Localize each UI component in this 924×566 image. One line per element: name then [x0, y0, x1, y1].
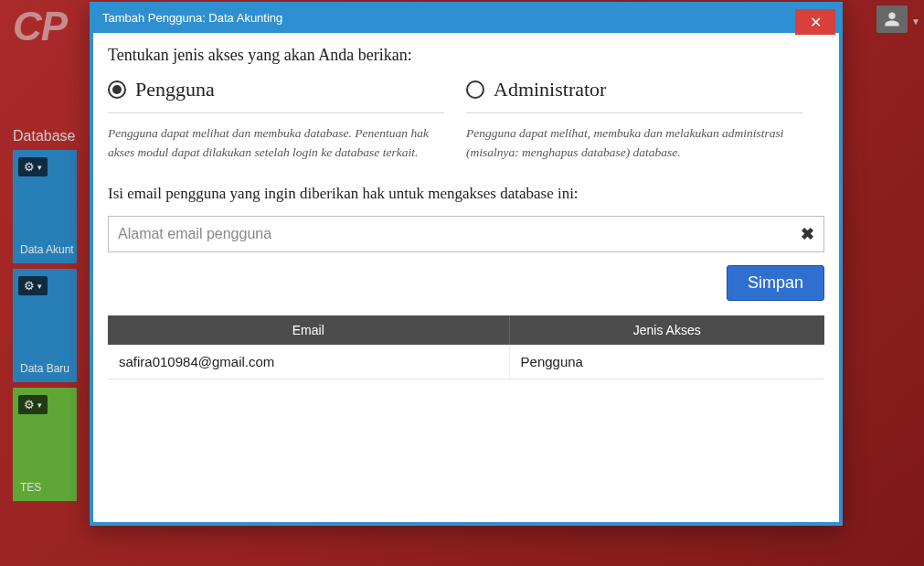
- cell-access: Pengguna: [509, 345, 824, 379]
- radio-user[interactable]: [108, 80, 126, 99]
- radio-option-user: Pengguna Pengguna dapat melihat dan memb…: [108, 78, 466, 163]
- email-input[interactable]: [109, 226, 791, 242]
- radio-admin[interactable]: [466, 80, 484, 99]
- users-table: Email Jenis Akses safira010984@gmail.com…: [108, 315, 824, 379]
- radio-admin-description: Pengguna dapat melihat, membuka dan mela…: [466, 124, 802, 163]
- cell-email: safira010984@gmail.com: [108, 345, 509, 379]
- email-input-wrap: ✖: [108, 216, 824, 252]
- access-radio-group: Pengguna Pengguna dapat melihat dan memb…: [108, 78, 824, 163]
- modal-overlay: Tambah Pengguna: Data Akunting ✕ Tentuka…: [0, 0, 924, 566]
- radio-admin-label: Administrator: [494, 78, 606, 101]
- radio-dot-icon: [112, 85, 122, 94]
- table-header-access: Jenis Akses: [509, 315, 824, 345]
- modal-title: Tambah Pengguna: Data Akunting: [102, 11, 282, 25]
- access-prompt: Tentukan jenis akses yang akan Anda beri…: [108, 46, 824, 65]
- radio-option-admin: Administrator Pengguna dapat melihat, me…: [466, 78, 824, 163]
- table-header-email: Email: [108, 315, 509, 345]
- add-user-modal: Tambah Pengguna: Data Akunting ✕ Tentuka…: [90, 2, 843, 526]
- modal-body: Tentukan jenis akses yang akan Anda beri…: [93, 33, 839, 398]
- radio-user-label: Pengguna: [135, 78, 215, 101]
- email-prompt: Isi email pengguna yang ingin diberikan …: [108, 185, 824, 203]
- close-icon: ✕: [810, 14, 822, 31]
- close-icon: ✖: [801, 225, 814, 243]
- save-button[interactable]: Simpan: [727, 265, 824, 301]
- clear-input-button[interactable]: ✖: [791, 224, 823, 244]
- close-button[interactable]: ✕: [795, 9, 835, 35]
- modal-titlebar: Tambah Pengguna: Data Akunting: [93, 5, 839, 33]
- radio-user-description: Pengguna dapat melihat dan membuka datab…: [108, 124, 444, 163]
- table-row[interactable]: safira010984@gmail.com Pengguna: [108, 345, 824, 379]
